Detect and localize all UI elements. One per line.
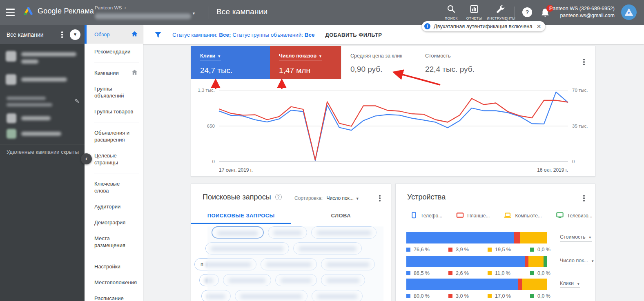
nav-item-17[interactable]: Расписание (85, 290, 143, 301)
search-chip[interactable] (321, 274, 365, 286)
nav-item-7[interactable]: Объявления и расширения (85, 125, 143, 148)
bar-metric-dropdown-0[interactable]: Стоимость ▼ (560, 234, 592, 241)
search-chip[interactable]: п (194, 258, 256, 270)
blurred-campaign-icon[interactable] (6, 74, 16, 85)
nav-item-12[interactable]: Демография (85, 215, 143, 230)
chevron-down-icon[interactable]: ▼ (70, 29, 80, 40)
trend-line-chart: 1,3 тыс.650070 тыс.35 тыс.017 сент. 2019… (191, 79, 596, 177)
search-chip[interactable] (321, 258, 375, 270)
kebab-menu-icon[interactable] (580, 195, 588, 202)
legend-item-3[interactable]: Телевизо... (553, 212, 593, 220)
nav-item-16[interactable]: Местоположения (85, 274, 143, 290)
hidden-campaigns-note: Удаленные кампании скрыты (7, 149, 79, 155)
nav-item-1[interactable]: Рекомендации (85, 44, 143, 60)
chevron-down-icon: ▼ (217, 54, 221, 58)
collapse-sidebar-button[interactable]: ‹ (81, 153, 92, 164)
percent-value: 0,0 % (530, 293, 554, 299)
add-filter-button[interactable]: ДОБАВИТЬ ФИЛЬТР (325, 32, 382, 38)
search-chip[interactable] (223, 274, 271, 286)
search-chip[interactable] (261, 258, 317, 270)
nav-item-15[interactable]: Настройки (85, 259, 143, 274)
metric-label[interactable]: Число показов▼ (279, 53, 322, 60)
metric-label[interactable]: Клики▼ (200, 53, 221, 60)
kebab-menu-icon[interactable] (58, 31, 66, 38)
kebab-menu-icon[interactable] (580, 58, 588, 66)
search-chip[interactable] (312, 290, 363, 301)
search-chip[interactable] (311, 226, 377, 239)
svg-text:70 тыс.: 70 тыс. (572, 88, 588, 93)
legend-swatch (488, 294, 492, 298)
blurred-campaign-name[interactable] (21, 116, 51, 120)
blurred-account-id (95, 13, 191, 19)
nav-item-13[interactable]: Места размещения (85, 230, 143, 253)
legend-label: Компьюте... (515, 213, 541, 219)
nav-item-0[interactable]: Обзор (85, 25, 143, 44)
nav-item-5[interactable]: Группы товаров (85, 104, 143, 120)
nav-item-10[interactable]: Ключевые слова (85, 176, 143, 199)
blurred-campaign-icon[interactable] (7, 129, 16, 139)
nav-item-label: Демография (94, 219, 125, 226)
search-chip[interactable] (275, 274, 317, 286)
search-button[interactable]: ПОИСК (439, 4, 463, 20)
percent-value: 3,0 % (448, 293, 488, 299)
blurred-campaign-icon[interactable] (7, 113, 16, 123)
nav-item-8[interactable]: Целевые страницы (85, 148, 143, 170)
avatar[interactable]: P (621, 4, 637, 20)
account-breadcrumb[interactable]: Panteon WS› (95, 4, 191, 19)
nav-item-11[interactable]: Аудитории (85, 199, 143, 215)
search-chip[interactable] (199, 274, 219, 286)
filter-value: Все (305, 32, 315, 38)
blurred-section-label (7, 103, 52, 106)
blurred-campaign-name[interactable] (21, 52, 76, 56)
legend-item-0[interactable]: Телефо... (407, 212, 442, 220)
account-info[interactable]: Panteon WS (329-689-6952) panteon.ws@gma… (549, 5, 615, 19)
legend-item-2[interactable]: Компьюте... (500, 212, 541, 220)
nav-item-3[interactable]: Кампании (85, 65, 143, 81)
tab-words[interactable]: СЛОВА (291, 208, 391, 224)
help-icon[interactable]: ? (275, 194, 282, 200)
nav-item-label: Местоположения (94, 279, 134, 286)
bar-metric-dropdown-2[interactable]: Клики ▼ (560, 281, 580, 288)
metric-card-0[interactable]: Клики▼24,7 тыс. (191, 46, 270, 79)
tab-search-queries[interactable]: ПОИСКОВЫЕ ЗАПРОСЫ (191, 208, 291, 224)
legend-item-1[interactable]: Планше... (453, 212, 490, 220)
search-chip[interactable] (268, 226, 307, 239)
kebab-menu-icon[interactable] (376, 195, 383, 202)
query-chip-cloud: п (191, 226, 391, 301)
chevron-down-icon[interactable]: ▼ (192, 11, 196, 15)
search-chip[interactable] (201, 290, 231, 301)
legend-label: Планше... (467, 213, 490, 219)
help-button[interactable]: ? (522, 7, 532, 17)
account-name: Panteon WS (329-689-6952) (549, 5, 615, 12)
active-filters[interactable]: Статус кампании: Все; Статус группы объя… (172, 32, 314, 38)
search-chip[interactable] (205, 242, 289, 255)
chevron-down-icon: ▼ (590, 259, 594, 263)
metric-name: Средняя цена за клик (350, 53, 402, 59)
sort-dropdown[interactable]: Число пок...▼ (327, 195, 359, 202)
blurred-campaign-icon[interactable] (6, 51, 16, 62)
blurred-campaign-name[interactable] (21, 77, 67, 82)
svg-text:1,3 тыс.: 1,3 тыс. (198, 88, 215, 93)
search-chip[interactable] (212, 226, 264, 239)
metric-card-1[interactable]: Число показов▼1,47 млн (270, 46, 341, 79)
bar-metric-label: Клики (560, 281, 574, 286)
legend-swatch (530, 271, 534, 275)
edit-pencil-icon[interactable]: ✎ (75, 98, 80, 104)
search-icon (446, 4, 456, 14)
nav-item-4[interactable]: Группы объявлений (85, 81, 143, 104)
overview-chart-card: Клики▼24,7 тыс.Число показов▼1,47 млнСре… (191, 46, 595, 177)
bar-metric-dropdown-1[interactable]: Число пок... ▼ (560, 258, 594, 265)
search-chip[interactable] (293, 242, 362, 255)
search-chip[interactable] (235, 290, 308, 301)
divider (0, 90, 85, 90)
blurred-campaign-name[interactable] (21, 132, 61, 136)
reports-button[interactable]: ОТЧЕТЫ (462, 4, 486, 20)
percent-row: 76,6 %3,9 %19,5 %0,0 % (406, 247, 554, 252)
ads-triangle-icon (23, 6, 33, 16)
divider (514, 7, 515, 19)
home-icon (131, 69, 138, 77)
menu-icon[interactable] (6, 9, 15, 16)
bar-metric-label: Число пок... (560, 258, 588, 263)
close-icon[interactable]: ✕ (537, 23, 541, 30)
metric-name: Число показов (279, 53, 316, 59)
